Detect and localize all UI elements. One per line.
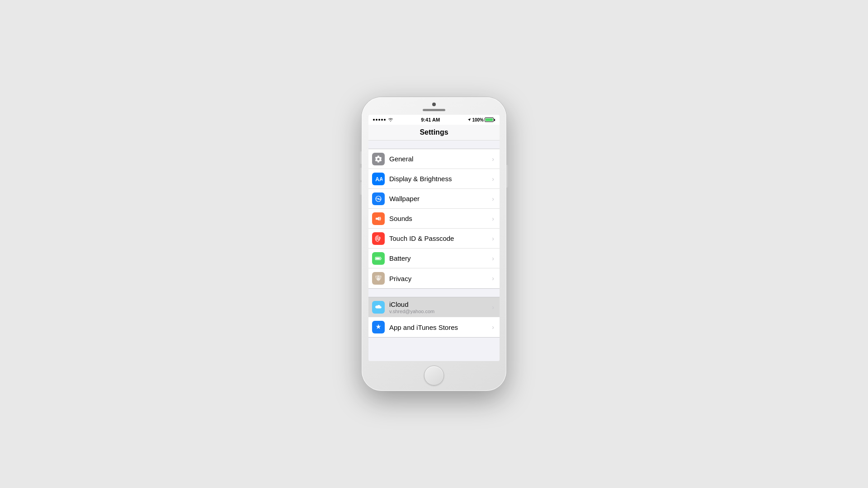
status-left: [373, 117, 393, 122]
svg-point-2: [378, 198, 379, 199]
wallpaper-label: Wallpaper: [389, 195, 492, 202]
phone-top: [362, 97, 506, 111]
general-label: General: [389, 155, 492, 163]
icloud-chevron: ›: [492, 304, 494, 311]
camera: [432, 103, 436, 106]
sounds-chevron: ›: [492, 215, 494, 222]
icloud-icon: [372, 301, 385, 314]
signal-strength: [373, 119, 386, 121]
page-title: Settings: [368, 128, 500, 136]
privacy-label: Privacy: [389, 275, 492, 282]
settings-list: General › AA Display & Brightness ›: [368, 141, 500, 361]
battery-row-icon: [372, 252, 385, 265]
settings-group-2: iCloud v.shred@yahoo.com › App and iTune…: [368, 297, 500, 338]
touchid-label: Touch ID & Passcode: [389, 235, 492, 242]
speaker: [423, 109, 445, 111]
phone-frame: 9:41 AM 100% Settings: [362, 97, 506, 391]
wallpaper-icon: [372, 192, 385, 205]
location-icon: [467, 118, 471, 122]
phone-screen: 9:41 AM 100% Settings: [368, 115, 500, 361]
battery-icon: [485, 117, 495, 122]
sounds-content: Sounds: [389, 215, 492, 222]
status-bar: 9:41 AM 100%: [368, 115, 500, 125]
settings-row-privacy[interactable]: Privacy ›: [368, 268, 500, 288]
touchid-icon: [372, 232, 385, 245]
display-chevron: ›: [492, 175, 494, 183]
spacer-bottom: [368, 338, 500, 346]
privacy-chevron: ›: [492, 275, 494, 282]
display-icon: AA: [372, 173, 385, 185]
general-content: General: [389, 155, 492, 163]
settings-row-appstore[interactable]: App and iTunes Stores ›: [368, 317, 500, 337]
status-right: 100%: [467, 117, 495, 122]
general-icon: [372, 153, 385, 165]
nav-bar: Settings: [368, 125, 500, 141]
status-time: 9:41 AM: [421, 117, 440, 122]
settings-row-icloud[interactable]: iCloud v.shred@yahoo.com ›: [368, 297, 500, 317]
battery-content: Battery: [389, 254, 492, 262]
wifi-icon: [388, 117, 393, 122]
icloud-label: iCloud: [389, 300, 492, 308]
icloud-content: iCloud v.shred@yahoo.com: [389, 300, 492, 314]
appstore-chevron: ›: [492, 324, 494, 331]
spacer-top: [368, 141, 500, 149]
settings-row-general[interactable]: General ›: [368, 149, 500, 169]
svg-point-8: [378, 279, 379, 280]
wallpaper-content: Wallpaper: [389, 195, 492, 202]
battery-chevron: ›: [492, 255, 494, 262]
home-button[interactable]: [424, 366, 444, 385]
touchid-content: Touch ID & Passcode: [389, 235, 492, 242]
appstore-content: App and iTunes Stores: [389, 324, 492, 331]
settings-row-battery[interactable]: Battery ›: [368, 249, 500, 268]
sounds-icon: [372, 212, 385, 225]
settings-row-touchid[interactable]: Touch ID & Passcode ›: [368, 229, 500, 249]
general-chevron: ›: [492, 155, 494, 163]
sounds-label: Sounds: [389, 215, 492, 222]
settings-row-display[interactable]: AA Display & Brightness ›: [368, 169, 500, 189]
battery-label: Battery: [389, 254, 492, 262]
display-label: Display & Brightness: [389, 175, 492, 183]
privacy-content: Privacy: [389, 275, 492, 282]
settings-row-wallpaper[interactable]: Wallpaper ›: [368, 189, 500, 209]
privacy-icon: [372, 272, 385, 285]
touchid-chevron: ›: [492, 235, 494, 242]
settings-group-1: General › AA Display & Brightness ›: [368, 149, 500, 289]
battery-percent: 100%: [472, 117, 484, 122]
svg-text:AA: AA: [375, 176, 382, 182]
appstore-icon: [372, 321, 385, 333]
svg-rect-5: [376, 258, 380, 259]
settings-row-sounds[interactable]: Sounds ›: [368, 209, 500, 229]
svg-rect-6: [381, 258, 382, 258]
appstore-label: App and iTunes Stores: [389, 324, 492, 331]
icloud-sublabel: v.shred@yahoo.com: [389, 309, 492, 314]
display-content: Display & Brightness: [389, 175, 492, 183]
wallpaper-chevron: ›: [492, 195, 494, 202]
home-button-area: [362, 366, 506, 391]
spacer-middle: [368, 289, 500, 297]
svg-rect-3: [376, 217, 377, 220]
